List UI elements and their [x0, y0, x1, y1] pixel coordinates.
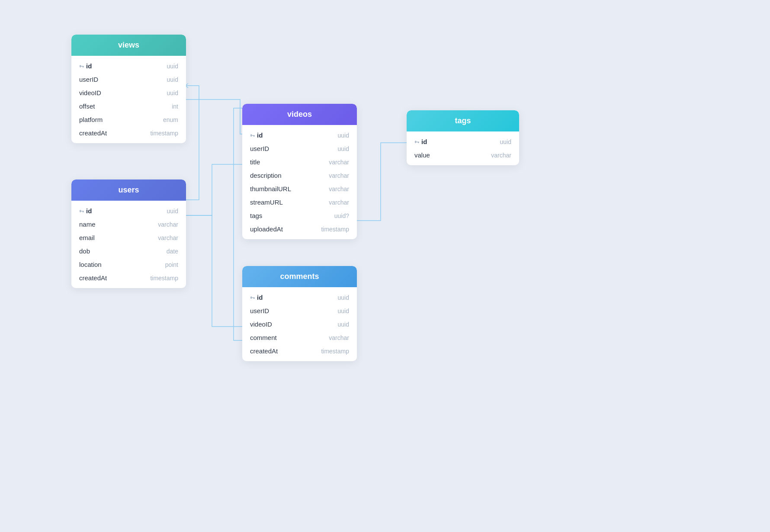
table-users-header: users: [71, 179, 186, 201]
table-row: createdAt timestamp: [242, 344, 357, 358]
table-row: 🗝 id uuid: [407, 135, 519, 148]
table-videos-header: videos: [242, 104, 357, 125]
table-row: tags uuid?: [242, 209, 357, 222]
table-row: userID uuid: [242, 304, 357, 317]
table-views-body: 🗝 id uuid userID uuid videoID uuid offse…: [71, 56, 186, 143]
table-row: location point: [71, 258, 186, 271]
table-row: streamURL varchar: [242, 195, 357, 209]
key-icon: 🗝: [79, 64, 84, 69]
table-row: name varchar: [71, 218, 186, 231]
table-row: description varchar: [242, 169, 357, 182]
table-row: value varchar: [407, 148, 519, 162]
key-icon: 🗝: [250, 295, 255, 300]
table-comments-body: 🗝 id uuid userID uuid videoID uuid comme…: [242, 287, 357, 361]
table-views: views 🗝 id uuid userID uuid videoID uuid…: [71, 35, 186, 143]
table-row: 🗝 id uuid: [242, 128, 357, 142]
table-users-body: 🗝 id uuid name varchar email varchar dob…: [71, 201, 186, 288]
diagram-canvas: views 🗝 id uuid userID uuid videoID uuid…: [0, 0, 770, 532]
table-users: users 🗝 id uuid name varchar email varch…: [71, 179, 186, 288]
table-tags-body: 🗝 id uuid value varchar: [407, 131, 519, 165]
key-icon: 🗝: [79, 208, 84, 214]
table-row: comment varchar: [242, 331, 357, 344]
table-row: email varchar: [71, 231, 186, 244]
table-views-header: views: [71, 35, 186, 56]
table-row: uploadedAt timestamp: [242, 222, 357, 236]
table-row: 🗝 id uuid: [71, 59, 186, 73]
table-row: thumbnailURL varchar: [242, 182, 357, 195]
table-row: videoID uuid: [71, 86, 186, 99]
table-row: dob date: [71, 244, 186, 258]
table-row: createdAt timestamp: [71, 126, 186, 140]
table-row: title varchar: [242, 155, 357, 169]
table-row: offset int: [71, 99, 186, 113]
table-tags: tags 🗝 id uuid value varchar: [407, 110, 519, 165]
table-videos: videos 🗝 id uuid userID uuid title varch…: [242, 104, 357, 239]
table-row: 🗝 id uuid: [71, 204, 186, 218]
table-row: userID uuid: [242, 142, 357, 155]
table-row: createdAt timestamp: [71, 271, 186, 285]
key-icon: 🗝: [250, 133, 255, 138]
table-row: platform enum: [71, 113, 186, 126]
key-icon: 🗝: [414, 139, 419, 144]
table-row: userID uuid: [71, 73, 186, 86]
table-row: videoID uuid: [242, 317, 357, 331]
table-videos-body: 🗝 id uuid userID uuid title varchar desc…: [242, 125, 357, 239]
table-tags-header: tags: [407, 110, 519, 131]
table-comments-header: comments: [242, 266, 357, 287]
table-comments: comments 🗝 id uuid userID uuid videoID u…: [242, 266, 357, 361]
table-row: 🗝 id uuid: [242, 291, 357, 304]
